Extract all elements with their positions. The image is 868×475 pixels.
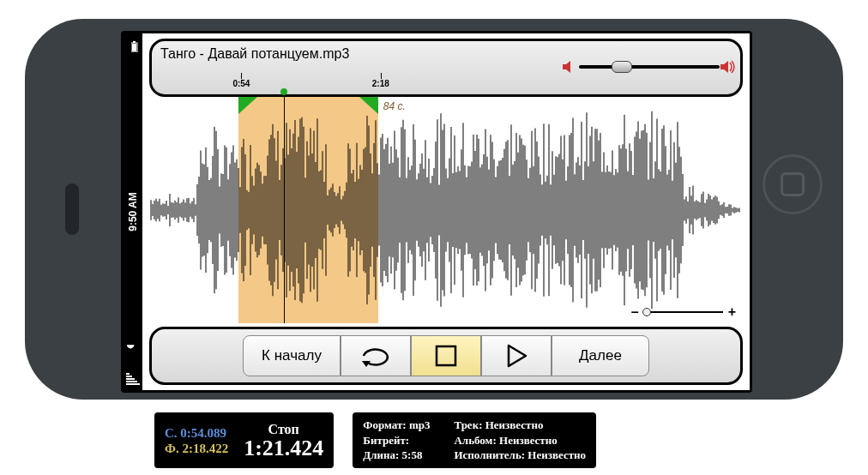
header-panel: Танго - Давай потанцуем.mp3 0:54 2:18 <box>149 39 743 97</box>
track-value: Неизвестно <box>485 418 544 431</box>
zoom-in-button[interactable]: + <box>728 304 736 320</box>
phone-frame: 9:50 AM ◖ Танго - Давай потанцуем.mp3 0:… <box>25 19 843 400</box>
svg-rect-350 <box>437 346 455 365</box>
album-label: Альбом: <box>454 434 496 447</box>
zoom-slider[interactable] <box>644 311 723 313</box>
svg-marker-351 <box>509 346 526 366</box>
bitrate-label: Битрейт: <box>363 434 409 447</box>
ruler-tick-end <box>381 73 382 79</box>
wifi-icon: ◖ <box>124 344 136 349</box>
sel-end-value: 2:18.422 <box>182 442 228 455</box>
artist-label: Исполнитель: <box>454 448 525 461</box>
loop-button[interactable] <box>341 335 411 376</box>
volume-low-icon <box>562 60 576 77</box>
waveform <box>149 105 743 315</box>
screen-bezel: 9:50 AM ◖ Танго - Давай потанцуем.mp3 0:… <box>121 31 752 393</box>
ruler-tick-start <box>241 73 242 79</box>
sel-start-prefix: С. <box>165 426 178 440</box>
playback-state: Стоп <box>244 422 323 437</box>
phone-speaker <box>65 183 79 235</box>
album-value: Неизвестно <box>499 434 558 447</box>
status-time: 9:50 AM <box>127 192 139 231</box>
length-label: Длина: <box>363 448 399 461</box>
length-value: 5:58 <box>402 448 423 461</box>
svg-marker-4 <box>720 61 728 73</box>
svg-rect-1 <box>133 41 136 43</box>
ruler-label-start: 0:54 <box>232 79 250 88</box>
zoom-out-button[interactable]: – <box>631 304 639 320</box>
file-name: Танго - Давай потанцуем.mp3 <box>160 46 349 62</box>
battery-icon <box>126 40 142 52</box>
meta-info-box: Формат: mp3 Битрейт: Длина: 5:58 Трек: Н… <box>353 412 596 468</box>
volume-high-icon <box>720 60 735 77</box>
restart-button[interactable]: К началу <box>243 335 341 376</box>
stop-button[interactable] <box>411 335 481 376</box>
waveform-area[interactable]: 84 с. – + <box>149 97 743 323</box>
volume-knob[interactable] <box>612 61 632 73</box>
signal-icon <box>126 372 140 385</box>
format-label: Формат: <box>363 418 406 431</box>
format-value: mp3 <box>409 418 431 431</box>
artist-value: Неизвестно <box>527 448 586 461</box>
home-button[interactable] <box>763 154 823 214</box>
transport-controls: К началу Далее <box>149 327 743 385</box>
sel-end-prefix: Ф. <box>165 442 179 455</box>
sel-start-value: 0:54.089 <box>180 426 226 440</box>
screen: 9:50 AM ◖ Танго - Давай потанцуем.mp3 0:… <box>124 33 750 390</box>
play-button[interactable] <box>481 335 552 376</box>
info-footer: С. 0:54.089 Ф. 2:18.422 Стоп 1:21.424 Фо… <box>154 412 596 468</box>
svg-marker-3 <box>563 61 570 73</box>
zoom-control: – + <box>631 304 736 320</box>
volume-slider[interactable] <box>579 65 720 69</box>
zoom-knob[interactable] <box>642 308 651 316</box>
elapsed-time: 1:21.424 <box>244 437 323 460</box>
status-bar: 9:50 AM ◖ <box>124 33 142 390</box>
svg-rect-2 <box>132 44 136 51</box>
time-info-box: С. 0:54.089 Ф. 2:18.422 Стоп 1:21.424 <box>154 412 334 468</box>
next-button[interactable]: Далее <box>552 335 649 376</box>
track-label: Трек: <box>454 418 482 431</box>
ruler-label-end: 2:18 <box>372 79 389 88</box>
